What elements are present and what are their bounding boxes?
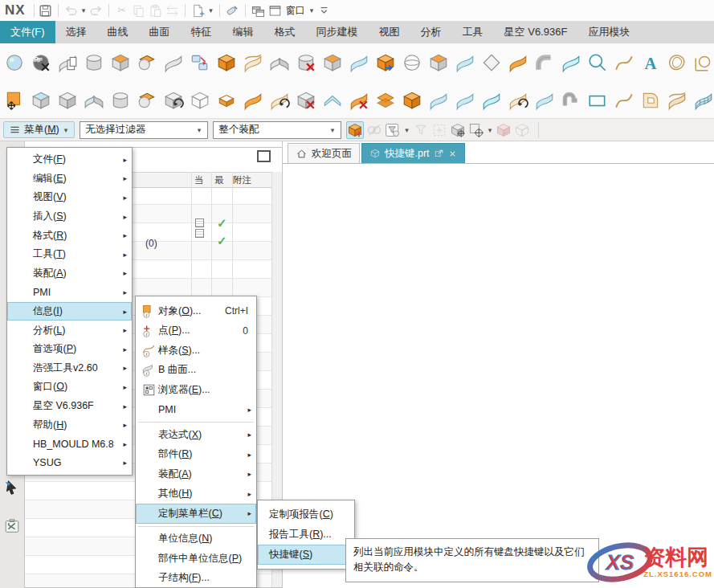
text-icon[interactable]: A: [640, 52, 661, 73]
extension-surface-icon[interactable]: [508, 90, 528, 111]
ribbon-tab-[interactable]: 曲线: [97, 21, 139, 43]
menu-item-b[interactable]: iB 曲面...: [136, 361, 256, 381]
offset-surface-icon[interactable]: [375, 90, 396, 111]
cascade-windows-icon[interactable]: [251, 3, 266, 18]
menu-item-t[interactable]: 工具(T)▸: [7, 245, 132, 264]
chevron-down-icon[interactable]: ▾: [405, 126, 409, 134]
ribbon-tab-v6936f[interactable]: 星空 V6.936F: [494, 21, 578, 43]
menu-item-c[interactable]: 定制项报告(C): [258, 504, 354, 525]
menu-item-e[interactable]: 编辑(E)▸: [7, 169, 132, 189]
swoop-surface-icon[interactable]: [455, 90, 475, 111]
chevron-down-icon[interactable]: ▾: [488, 126, 492, 134]
menu-item-pmi[interactable]: PMI▸: [7, 283, 132, 302]
ribbon-tab-[interactable]: 特征: [181, 21, 222, 43]
chamfer-icon[interactable]: [428, 52, 449, 73]
menu-item-hb_mouldm68[interactable]: HB_MOULD M6.8▸: [7, 435, 132, 454]
ribbon-tab-[interactable]: 应用模块: [577, 21, 640, 43]
tab-part-file[interactable]: 快捷键.prt: [361, 143, 465, 163]
menu-item-e[interactable]: 浏览器(E)...: [136, 380, 256, 400]
law-extension-icon[interactable]: [534, 90, 555, 111]
save-icon[interactable]: [38, 3, 53, 18]
general-select-icon[interactable]: [450, 122, 466, 138]
close-icon[interactable]: [448, 149, 457, 158]
selection-scope-combo[interactable]: 整个装配 ▾: [213, 121, 341, 139]
menu-button[interactable]: 菜单(M) ▾: [3, 121, 75, 138]
menu-item-f[interactable]: 文件(F)▸: [7, 150, 132, 169]
menu-item-c[interactable]: 定制菜单栏(C)▸: [136, 504, 256, 524]
pattern-feature-icon[interactable]: [190, 52, 210, 73]
menu-item-ysug[interactable]: YSUG▸: [7, 454, 132, 473]
selection-tool-icon[interactable]: [3, 479, 21, 496]
bounded-plane-icon[interactable]: [216, 90, 237, 111]
menu-item-h[interactable]: 其他(H)▸: [136, 484, 256, 504]
fillet-surface-icon[interactable]: [322, 90, 343, 111]
ribbon-tab-[interactable]: 分析: [410, 21, 452, 43]
thicken-icon[interactable]: [349, 52, 369, 73]
menu-item-s[interactable]: i样条(S)...: [136, 341, 256, 361]
delete-face-icon[interactable]: [296, 52, 316, 73]
delete-body-icon[interactable]: [296, 90, 316, 111]
extrude-icon[interactable]: [216, 52, 237, 73]
snap-point-icon[interactable]: [346, 121, 364, 139]
expression-suppress-icon[interactable]: P=: [31, 52, 51, 73]
menu-item-o[interactable]: i对象(O)...Ctrl+I: [136, 301, 256, 321]
menu-item-pmi[interactable]: PMI▸: [136, 400, 256, 420]
selection-filter-combo[interactable]: 无选择过滤器 ▾: [80, 121, 208, 139]
touch-mode-icon[interactable]: [225, 3, 240, 18]
customize-quick-access-icon[interactable]: [316, 3, 332, 18]
restore-window-icon[interactable]: [257, 150, 271, 162]
copy-feature-icon[interactable]: [57, 52, 78, 73]
rectangle-icon[interactable]: [587, 90, 608, 111]
fit-view-icon[interactable]: [4, 52, 25, 73]
show-body-icon[interactable]: [190, 90, 210, 111]
curve-icon[interactable]: [614, 90, 634, 111]
ribbon-tab-[interactable]: 曲面: [139, 21, 181, 43]
trim-body-icon[interactable]: [243, 52, 263, 73]
window-layout-icon[interactable]: [267, 3, 283, 18]
block-gray-icon[interactable]: [57, 90, 78, 111]
circle-icon[interactable]: [587, 52, 608, 73]
ribbon-tab-[interactable]: 编辑: [222, 21, 264, 43]
sketch-icon[interactable]: [693, 52, 714, 73]
menu-item-v6936f[interactable]: 星空 V6.936F▸: [7, 397, 132, 416]
unite-icon[interactable]: [137, 52, 157, 73]
dome-icon[interactable]: [402, 90, 422, 111]
menu-item-h[interactable]: 帮助(H)▸: [7, 415, 132, 435]
through-curves-icon[interactable]: [455, 52, 475, 73]
tube-icon[interactable]: [534, 52, 555, 73]
menu-item-s[interactable]: 快捷键(S): [258, 545, 354, 565]
menu-item-a[interactable]: 装配(A)▸: [136, 464, 256, 484]
cylinder-icon[interactable]: [84, 52, 104, 73]
offset-face-icon[interactable]: [322, 52, 343, 73]
four-point-surface-icon[interactable]: [428, 90, 449, 111]
studio-surface-icon[interactable]: [481, 90, 502, 111]
ribbon-tab-[interactable]: 同步建模: [306, 21, 369, 43]
window-menu[interactable]: 窗口: [286, 4, 305, 18]
swept-icon[interactable]: [508, 52, 528, 73]
menu-item-n[interactable]: 单位信息(N): [136, 529, 256, 549]
chevron-down-icon[interactable]: ▾: [310, 6, 314, 14]
menu-item-s[interactable]: 插入(S)▸: [7, 207, 132, 227]
chevron-down-icon[interactable]: ▾: [82, 6, 86, 14]
menu-item-f[interactable]: 子结构(F)...: [136, 569, 256, 588]
boss-icon[interactable]: [110, 90, 131, 111]
bridge-surface-icon[interactable]: [561, 90, 581, 111]
menu-item-a[interactable]: 装配(A)▸: [7, 264, 132, 284]
grid-surface-icon[interactable]: [693, 90, 714, 111]
menu-item-i[interactable]: 信息(I)▸: [7, 302, 132, 321]
block-icon[interactable]: [110, 52, 131, 73]
toolbox-icon[interactable]: [3, 517, 21, 535]
menu-item-r[interactable]: 格式(R)▸: [7, 226, 132, 245]
selection-filter-icon[interactable]: [385, 122, 401, 138]
undo-feature-icon[interactable]: [163, 90, 184, 111]
n-sided-surface-icon[interactable]: [561, 52, 581, 73]
section-surface-icon[interactable]: [667, 90, 687, 111]
untrim-icon[interactable]: [269, 90, 290, 111]
ribbon-tab-[interactable]: 视图: [369, 21, 410, 43]
tab-welcome-page[interactable]: 欢迎页面: [288, 143, 360, 163]
mirror-body-icon[interactable]: [84, 90, 104, 111]
edit-feature-icon[interactable]: [31, 90, 51, 111]
menu-item-v[interactable]: 视图(V)▸: [7, 188, 132, 207]
menu-item-o[interactable]: 窗口(O)▸: [7, 378, 132, 397]
menu-item-p[interactable]: i点(P)...0: [136, 321, 256, 341]
